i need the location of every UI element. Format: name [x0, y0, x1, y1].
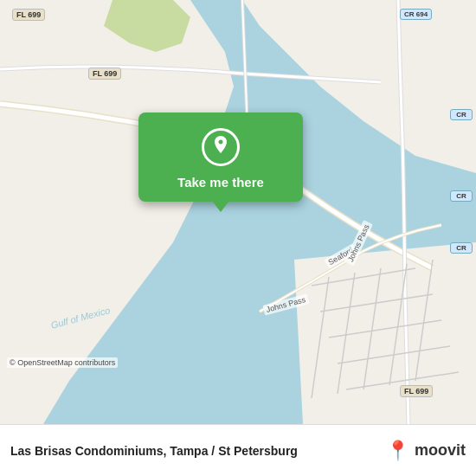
map-container: Gulf of Mexico FL 699 FL 699 FL 699 CR 6…: [0, 0, 476, 424]
moovit-text-label: moovit: [415, 441, 466, 460]
location-icon-circle: [202, 128, 240, 166]
road-badge-cr-1: CR: [450, 109, 473, 120]
road-badge-fl699-2: FL 699: [88, 68, 121, 80]
moovit-pin-icon: 📍: [386, 440, 409, 462]
svg-marker-4: [294, 242, 476, 424]
bottom-text: Las Brisas Condominiums, Tampa / St Pete…: [10, 444, 386, 458]
bottom-bar: Las Brisas Condominiums, Tampa / St Pete…: [0, 424, 476, 476]
road-badge-cr694: CR 694: [400, 9, 432, 20]
road-badge-fl699-3: FL 699: [400, 385, 433, 397]
road-badge-cr-2: CR: [450, 190, 473, 202]
road-badge-cr-3: CR: [450, 242, 473, 254]
take-me-there-label: Take me there: [177, 175, 264, 190]
osm-credit: © OpenStreetMap contributors: [7, 357, 118, 368]
take-me-there-card[interactable]: Take me there: [138, 113, 303, 202]
location-pin-icon: [211, 136, 230, 158]
moovit-logo: 📍 moovit: [386, 440, 466, 462]
road-badge-fl699-1: FL 699: [12, 9, 45, 21]
location-name: Las Brisas Condominiums, Tampa / St Pete…: [10, 444, 386, 458]
